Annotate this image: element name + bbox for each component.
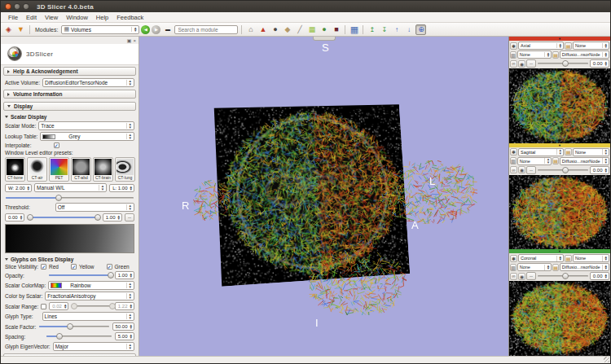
gear-icon[interactable]: ✱ [510,255,517,262]
red-visibility-checkbox[interactable]: ✓ [41,264,46,270]
preset-ct-air[interactable]: CT-air [27,157,47,182]
level-spinbox[interactable]: L: 1.00 ▲▼ [109,184,134,192]
colormap-selector[interactable]: Rainbow ▲▼ [48,281,134,290]
axial-slice-image[interactable] [509,68,610,143]
link-icon[interactable]: ∞ [510,166,517,173]
sagittal-foreground-selector[interactable]: None ▲▼ [573,148,609,156]
preset-ct-lung[interactable]: CT-lung [115,157,135,182]
axial-label-selector[interactable]: None ▲▼ [517,50,552,59]
colorby-selector[interactable]: FractionalAnisotropy ▲▼ [45,292,134,300]
sagittal-offset-spinbox[interactable]: 0.00 ▲▼ [590,166,609,174]
transform-fiducial-icon[interactable]: ↥ [367,24,377,35]
axial-offset-spinbox[interactable]: 0.00 ▲▼ [590,59,609,68]
section-display[interactable]: Display [3,102,136,111]
label-layer-icon[interactable]: ▥ [510,264,516,271]
window-spinbox[interactable]: W: 2.00 ▲▼ [5,184,32,192]
section-volume-info[interactable]: Volume Information [3,90,136,99]
label-layer-icon[interactable]: ▥ [510,51,516,59]
range-options-button[interactable]: -- [125,213,134,221]
models-icon[interactable]: ◆ [282,24,292,35]
save-icon[interactable]: ▼ [15,24,26,35]
window-maximize-button[interactable] [23,3,29,10]
gear-icon[interactable]: ✱ [510,148,517,156]
threshold-max-spinbox[interactable]: 1.00 ▲▼ [103,213,122,221]
layers-icon[interactable]: ▤ [565,42,572,50]
load-data-icon[interactable]: ◈ [3,24,14,35]
coronal-label-selector[interactable]: None ▲▼ [517,263,552,271]
coronal-foreground-selector[interactable]: None ▲▼ [573,254,609,262]
module-back-button[interactable]: ◀ [141,25,150,34]
coronal-slice-image[interactable] [509,281,610,356]
menu-edit[interactable]: Edit [22,12,41,23]
layout-selector-icon[interactable]: ▦ [349,24,359,35]
axial-orientation-selector[interactable]: Axial ▲▼ [518,42,564,50]
module-forward-button[interactable]: ▶ [152,25,160,34]
sagittal-color-bar[interactable]: ▼ [509,143,610,147]
menu-window[interactable]: Window [62,12,92,23]
window-minimize-button[interactable] [14,3,20,10]
eye-icon[interactable]: ◉ [518,166,525,173]
layers-icon[interactable]: ▤ [552,157,559,164]
menu-feedback[interactable]: Feedback [112,12,147,23]
section-help[interactable]: Help & Acknowledgement [3,67,136,76]
menu-view[interactable]: View [41,12,62,23]
coronal-color-bar[interactable]: ▼ [509,249,610,253]
volume-rendering-icon[interactable]: ● [319,24,329,35]
opacity-slider[interactable] [48,272,112,279]
search-input[interactable] [174,25,238,34]
link-icon[interactable]: ∞ [510,273,517,280]
layers-icon[interactable]: ▤ [565,255,572,262]
fiducial-down-icon[interactable]: ↓ [403,24,414,35]
spacing-slider[interactable] [46,333,112,340]
undock-panel-icon[interactable]: ▣ [127,37,132,44]
glyph-type-selector[interactable]: Lines ▲▼ [42,312,134,321]
scalar-display-header[interactable]: Scalar Display [5,114,134,120]
threshold-selector[interactable]: Off ▲▼ [55,203,134,212]
eye-icon[interactable]: ◉ [518,273,525,280]
wl-mode-selector[interactable]: Manual W/L ▲▼ [34,183,107,192]
sagittal-label-selector[interactable]: None ▲▼ [517,157,552,165]
yellow-visibility-checkbox[interactable]: ✓ [71,264,77,270]
axial-dash-button[interactable]: -- [526,59,536,68]
gear-icon[interactable]: ✱ [510,42,517,50]
axial-volume-selector[interactable]: Diffusio...nsorNode ▲▼ [560,50,609,59]
sagittal-slice-image[interactable] [509,175,610,250]
menu-help[interactable]: Help [92,12,112,23]
dti-module-icon[interactable]: ▲ [257,24,268,35]
module-selector[interactable]: ▦ Volumes ▲▼ [61,25,139,34]
scale-factor-slider[interactable] [38,323,109,331]
preset-ct-brain[interactable]: CT-brain [93,157,113,182]
window-close-button[interactable] [5,3,11,10]
screen-capture-icon[interactable]: ■ [331,24,341,35]
threshold-range-slider[interactable] [27,214,100,221]
close-panel-icon[interactable]: × [133,37,136,44]
threed-view[interactable]: S R L A I [139,37,508,356]
axial-offset-slider[interactable] [537,60,589,68]
sagittal-offset-slider[interactable] [537,166,589,173]
coronal-offset-spinbox[interactable]: 0.00 ▲▼ [590,272,609,280]
label-layer-icon[interactable]: ▥ [510,157,516,164]
active-volume-selector[interactable]: DiffusionEditorTensorNode ▲▼ [42,78,134,87]
preset-pet[interactable]: PET [49,157,69,182]
preset-ct-abd[interactable]: CT-abd [71,157,91,182]
eye-icon[interactable]: ◉ [518,60,525,68]
scalar-mode-selector[interactable]: Trace ▲▼ [38,121,134,130]
coronal-orientation-selector[interactable]: Coronal ▲▼ [518,254,564,262]
sagittal-volume-selector[interactable]: Diffusio...nsorNode ▲▼ [560,157,609,165]
menu-file[interactable]: File [4,12,22,23]
home-icon[interactable]: ⌂ [245,24,256,35]
view-controller-tab[interactable] [313,37,336,41]
coronal-offset-slider[interactable] [537,273,589,280]
layers-icon[interactable]: ▤ [552,264,559,271]
layers-icon[interactable]: ▤ [552,51,559,59]
lookup-table-selector[interactable]: Grey ▲▼ [40,132,134,141]
scale-factor-spinbox[interactable]: 50.00 ▲▼ [112,322,134,331]
eigenvector-selector[interactable]: Major ▲▼ [53,342,134,351]
editor-icon[interactable]: ▦ [306,24,317,35]
glyphs-header[interactable]: Glyphs on Slices Display [5,257,134,262]
window-level-slider[interactable] [5,194,134,201]
layers-icon[interactable]: ▤ [565,148,572,156]
coronal-dash-button[interactable]: -- [526,272,536,280]
sagittal-dash-button[interactable]: -- [526,166,536,174]
sagittal-orientation-selector[interactable]: Sagittal ▲▼ [518,148,564,156]
